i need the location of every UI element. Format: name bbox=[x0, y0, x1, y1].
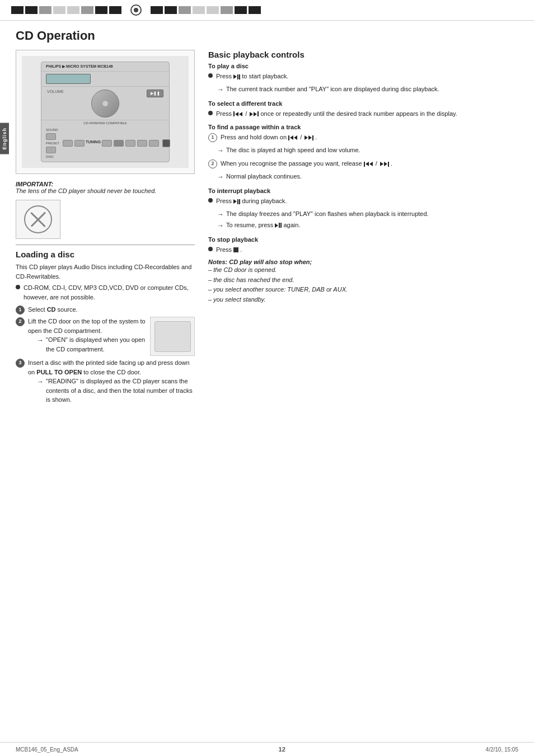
stop-square-icon bbox=[233, 247, 238, 252]
cd-tuning-1 bbox=[74, 140, 85, 147]
footer-right: 4/2/10, 15:05 bbox=[486, 746, 518, 753]
skip-back-tri2 bbox=[239, 112, 242, 116]
interrupt-list: Press during playback. bbox=[208, 196, 518, 206]
step3-arrow: → "READING" is displayed as the CD playe… bbox=[37, 377, 195, 405]
cd-skip-fwd bbox=[149, 140, 159, 147]
cd-nav-buttons: TUNING bbox=[63, 140, 159, 147]
cd-stop-btn bbox=[162, 139, 170, 147]
arrow-sym-find1: → bbox=[217, 145, 224, 156]
section-divider bbox=[16, 245, 195, 245]
play-pause-icon: ▶❚❚ bbox=[151, 91, 160, 96]
cd-player-top: PHILIPS ▶ MICRO SYSTEM MCB146 bbox=[41, 62, 169, 72]
two-column-layout: PHILIPS ▶ MICRO SYSTEM MCB146 VOLUME bbox=[16, 50, 518, 409]
bar-block bbox=[39, 6, 51, 14]
play-disc-section: To play a disc Press bbox=[208, 63, 518, 95]
right-column: Basic playback controls To play a disc P… bbox=[208, 50, 518, 409]
interrupt-pp-tri bbox=[233, 199, 237, 204]
interrupt-resume-icon bbox=[275, 223, 282, 228]
skip-back-icon bbox=[233, 111, 242, 116]
find-slash: / bbox=[300, 134, 302, 140]
bar-block bbox=[179, 6, 191, 14]
loading-intro: This CD player plays Audio Discs includi… bbox=[16, 262, 195, 281]
note-4: – you select standby. bbox=[208, 295, 518, 305]
int-resume-bar2 bbox=[280, 223, 282, 228]
play-step1-text: Press bbox=[216, 73, 232, 79]
interrupt-pp-bars bbox=[237, 199, 240, 204]
pause-bars bbox=[237, 74, 240, 79]
cd-skip-back bbox=[63, 140, 73, 147]
loading-steps: 1 Select CD source. 2 bbox=[16, 305, 195, 406]
find-skip-fwd-bar bbox=[312, 135, 313, 140]
find-rel-sb-tri1 bbox=[366, 162, 369, 166]
cd-info-btn bbox=[137, 140, 147, 147]
step1-before: Select bbox=[28, 306, 45, 313]
find-release-skip-fwd bbox=[380, 162, 389, 167]
cd-button-label3: DISC bbox=[46, 155, 59, 158]
int-resume-bar1 bbox=[279, 223, 280, 228]
find-arrow1-text: The disc is played at high speed and low… bbox=[226, 145, 360, 155]
slash-sep: / bbox=[245, 110, 247, 117]
find-rel-sb-tri2 bbox=[369, 162, 373, 166]
skip-fwd-icon bbox=[250, 111, 259, 116]
cd-play-btn bbox=[114, 140, 124, 147]
cd-player-illustration: PHILIPS ▶ MICRO SYSTEM MCB146 VOLUME bbox=[41, 62, 170, 162]
find-rel-sf-tri2 bbox=[384, 162, 387, 166]
interrupt-step1-end: during playback. bbox=[242, 198, 287, 204]
find-passage-section: To find a passage within a track 1 Press… bbox=[208, 124, 518, 182]
find-skip-back bbox=[288, 135, 297, 140]
skip-fwd-tri2 bbox=[254, 112, 257, 116]
note-1: – the CD door is opened. bbox=[208, 265, 518, 275]
cd-tuning-row: TUNING bbox=[74, 140, 112, 147]
stop-step1: Press . bbox=[216, 245, 242, 255]
cd-right-controls: ▶❚❚ bbox=[147, 90, 163, 97]
bullet-dot-select bbox=[208, 111, 213, 115]
find-step1-end: . bbox=[315, 134, 317, 140]
notes-title: Notes: CD play will also stop when; bbox=[208, 259, 518, 265]
bar-right bbox=[151, 6, 261, 14]
step-number-3: 3 bbox=[16, 359, 25, 368]
int-resume-tri bbox=[275, 223, 278, 228]
interrupt-pp-bar2 bbox=[239, 199, 240, 204]
find-skip-back-bar bbox=[288, 135, 289, 140]
cd-tuning-2 bbox=[102, 140, 112, 147]
interrupt-heading: To interrupt playback bbox=[208, 187, 518, 194]
step2-content: Lift the CD door on the top of the syste… bbox=[28, 317, 195, 356]
step2-arrow: → "OPEN" is displayed when you open the … bbox=[37, 335, 146, 354]
brand-label: PHILIPS ▶ MICRO SYSTEM MCB146 bbox=[46, 64, 113, 69]
find-passage-arrow2: → Normal playback continues. bbox=[217, 172, 518, 182]
bar-block bbox=[67, 6, 79, 14]
step3-content: Insert a disc with the printed side faci… bbox=[28, 358, 195, 406]
select-track-step1: Press / bbox=[216, 109, 457, 119]
find-release-skip-back bbox=[364, 162, 373, 167]
bar-block bbox=[235, 6, 247, 14]
select-track-list: Press / bbox=[208, 109, 518, 119]
play-step1-end: to start playback. bbox=[242, 73, 288, 79]
important-label: IMPORTANT: bbox=[16, 181, 195, 187]
bar-block bbox=[165, 6, 177, 14]
stop-step1-text: Press bbox=[216, 246, 232, 253]
cd-controls-row: SOUND PRESET DISC TUNING bbox=[41, 126, 169, 161]
interrupt-pp-icon bbox=[233, 199, 240, 204]
stop-list: Press . bbox=[208, 245, 518, 255]
loading-step-1: 1 Select CD source. bbox=[16, 305, 195, 314]
find-step2-content: When you recognise the passage you want,… bbox=[221, 159, 392, 168]
find-step1-content: Press and hold down on / bbox=[221, 133, 317, 142]
important-text: The lens of the CD player should never b… bbox=[16, 187, 195, 194]
interrupt-arrow2-content: To resume, press again. bbox=[226, 220, 300, 230]
find-step-num-2: 2 bbox=[208, 159, 217, 168]
cd-door-area: VOLUME ▶❚❚ bbox=[41, 87, 169, 120]
mini-device-img bbox=[154, 321, 191, 352]
stop-section: To stop playback Press . Notes: CD play … bbox=[208, 236, 518, 305]
interrupt-item-1: Press during playback. bbox=[208, 196, 518, 206]
bullet-dot-interrupt bbox=[208, 198, 213, 203]
bar-block bbox=[25, 6, 38, 14]
cd-display bbox=[46, 74, 91, 84]
loading-heading: Loading a disc bbox=[16, 250, 195, 259]
device-image: PHILIPS ▶ MICRO SYSTEM MCB146 VOLUME bbox=[22, 56, 189, 168]
step3-end: to close the CD door. bbox=[83, 369, 141, 375]
important-notice: IMPORTANT: The lens of the CD player sho… bbox=[16, 181, 195, 194]
find-skip-fwd-tri1 bbox=[305, 135, 308, 140]
find-skip-fwd bbox=[305, 135, 313, 140]
bullet-dot-stop bbox=[208, 247, 213, 251]
interrupt-step1: Press during playback. bbox=[216, 196, 287, 206]
